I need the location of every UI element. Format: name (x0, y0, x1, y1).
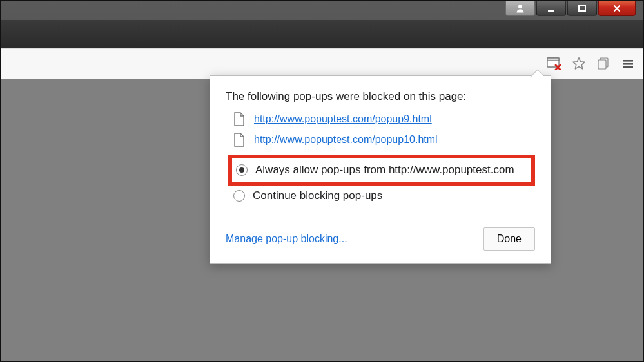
blocked-popup-item: http://www.popuptest.com/popup10.html (233, 133, 535, 147)
hamburger-icon (621, 57, 635, 71)
svg-rect-1 (548, 10, 554, 12)
radio-continue-blocking[interactable]: Continue blocking pop-ups (231, 186, 535, 206)
browser-toolbar (1, 48, 643, 79)
close-icon (612, 4, 621, 13)
close-button[interactable] (598, 1, 636, 16)
maximize-icon (578, 4, 587, 13)
blocked-popup-link[interactable]: http://www.popuptest.com/popup9.html (254, 113, 432, 125)
bookmark-star-button[interactable] (569, 53, 589, 74)
window-caption-buttons (505, 1, 636, 20)
star-icon (571, 56, 587, 71)
window-frame: The following pop-ups were blocked on th… (0, 0, 644, 362)
svg-rect-6 (598, 60, 606, 69)
popup-blocked-indicator[interactable] (544, 53, 565, 74)
svg-rect-9 (623, 66, 633, 68)
popup-action-radios: Always allow pop-ups from http://www.pop… (231, 155, 535, 206)
dialog-separator (226, 218, 535, 218)
radio-label: Continue blocking pop-ups (253, 189, 382, 202)
stacked-pages-icon (596, 57, 610, 71)
svg-rect-7 (623, 60, 633, 62)
file-icon (233, 112, 245, 126)
maximize-button[interactable] (567, 1, 597, 16)
manage-popup-blocking-link[interactable]: Manage pop-up blocking... (226, 233, 347, 245)
radio-always-allow[interactable]: Always allow pop-ups from http://www.pop… (233, 160, 527, 180)
dialog-footer: Manage pop-up blocking... Done (226, 227, 535, 251)
svg-rect-4 (547, 58, 559, 61)
radio-indicator (236, 164, 248, 176)
svg-rect-8 (623, 63, 633, 65)
blocked-popups-list: http://www.popuptest.com/popup9.html htt… (233, 112, 535, 147)
extensions-button[interactable] (593, 53, 614, 74)
menu-button[interactable] (618, 53, 638, 74)
tab-strip (1, 20, 643, 48)
file-icon (233, 133, 245, 147)
minimize-icon (547, 4, 556, 13)
user-icon (516, 4, 525, 13)
instruction-highlight: Always allow pop-ups from http://www.pop… (228, 155, 535, 186)
svg-point-0 (518, 5, 522, 8)
svg-rect-2 (579, 5, 585, 11)
radio-label: Always allow pop-ups from http://www.pop… (255, 164, 514, 176)
popup-blocker-dialog: The following pop-ups were blocked on th… (210, 75, 551, 264)
dialog-arrow (531, 70, 543, 77)
blocked-popup-link[interactable]: http://www.popuptest.com/popup10.html (254, 134, 438, 146)
done-button[interactable]: Done (483, 227, 535, 251)
radio-indicator (233, 190, 245, 202)
minimize-button[interactable] (536, 1, 566, 16)
dialog-heading: The following pop-ups were blocked on th… (226, 90, 535, 103)
user-switcher-button[interactable] (505, 1, 535, 16)
popup-blocked-icon (547, 57, 562, 70)
blocked-popup-item: http://www.popuptest.com/popup9.html (233, 112, 535, 126)
